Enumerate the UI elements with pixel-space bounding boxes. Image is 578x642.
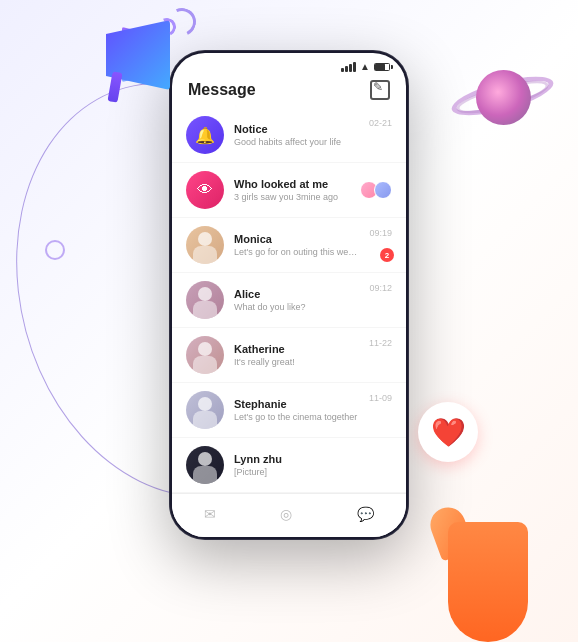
message-content: Alice What do you like? [234, 288, 359, 312]
megaphone-decoration [60, 0, 200, 140]
battery-icon [374, 63, 390, 71]
eye-icon: 👁 [197, 181, 213, 199]
signal-bar-2 [345, 66, 348, 72]
message-preview: Good habits affect your life [234, 137, 359, 147]
person-body [193, 301, 217, 319]
message-name: Who looked at me [234, 178, 350, 190]
bottom-nav: ✉ ◎ 💬 [172, 493, 406, 537]
envelope-icon: ✉ [204, 506, 216, 522]
person-body [193, 356, 217, 374]
message-time: 11-09 [369, 391, 392, 403]
message-content: Notice Good habits affect your life [234, 123, 359, 147]
avatar [186, 446, 224, 484]
person-body [193, 411, 217, 429]
list-item[interactable]: Alice What do you like? 09:12 [172, 273, 406, 328]
nav-item-messages[interactable]: ✉ [204, 506, 216, 522]
love-icon-decoration: ❤️ [418, 402, 478, 462]
message-preview: Let's go for on outing this weekend- [234, 247, 359, 257]
hand-body-icon [448, 522, 528, 642]
message-time: 09:12 [369, 281, 392, 293]
person-head [198, 342, 212, 356]
message-content: Stephanie Let's go to the cinema togethe… [234, 398, 359, 422]
message-content: Katherine It's really great! [234, 343, 359, 367]
message-list[interactable]: 🔔 Notice Good habits affect your life 02… [172, 108, 406, 497]
planet-decoration [448, 60, 558, 140]
person-body [193, 466, 217, 484]
message-preview: 3 girls saw you 3mine ago [234, 192, 350, 202]
message-name: Notice [234, 123, 359, 135]
phone-container: ▲ Message 🔔 Notice Go [169, 50, 409, 540]
nav-item-discover[interactable]: ◎ [280, 506, 292, 522]
status-bar: ▲ [172, 53, 406, 76]
who-mini-avatar-2 [374, 181, 392, 199]
avatar [186, 226, 224, 264]
avatar [186, 281, 224, 319]
avatar [186, 391, 224, 429]
message-preview: It's really great! [234, 357, 359, 367]
message-name: Stephanie [234, 398, 359, 410]
list-item[interactable]: Katherine It's really great! 11-22 [172, 328, 406, 383]
phone-screen: ▲ Message 🔔 Notice Go [172, 53, 406, 537]
person-head [198, 232, 212, 246]
person-head [198, 397, 212, 411]
hand-decoration [428, 482, 548, 642]
person-head [198, 452, 212, 466]
chat-icon: 💬 [357, 506, 374, 522]
message-time: 11-22 [369, 336, 392, 348]
message-content: Monica Let's go for on outing this weeke… [234, 233, 359, 257]
person-head [198, 287, 212, 301]
list-item[interactable]: 🔔 Notice Good habits affect your life 02… [172, 108, 406, 163]
battery-fill [375, 64, 385, 70]
message-content: Who looked at me 3 girls saw you 3mine a… [234, 178, 350, 202]
message-content: Lynn zhu [Picture] [234, 453, 382, 477]
message-preview: Let's go to the cinema together [234, 412, 359, 422]
signal-bar-1 [341, 68, 344, 72]
discover-icon: ◎ [280, 506, 292, 522]
person-body [193, 246, 217, 264]
list-item[interactable]: Lynn zhu [Picture] [172, 438, 406, 493]
signal-bar-4 [353, 62, 356, 72]
message-name: Katherine [234, 343, 359, 355]
edit-icon[interactable] [370, 80, 390, 100]
message-name: Alice [234, 288, 359, 300]
message-time: 09:19 [369, 226, 392, 238]
message-name: Lynn zhu [234, 453, 382, 465]
list-item[interactable]: Monica Let's go for on outing this weeke… [172, 218, 406, 273]
message-name: Monica [234, 233, 359, 245]
planet-body-icon [476, 70, 531, 125]
message-preview: What do you like? [234, 302, 359, 312]
message-preview: [Picture] [234, 467, 382, 477]
avatar: 👁 [186, 171, 224, 209]
avatar [186, 336, 224, 374]
app-header: Message [172, 76, 406, 108]
who-images [360, 181, 392, 199]
phone-frame: ▲ Message 🔔 Notice Go [169, 50, 409, 540]
signal-bar-3 [349, 64, 352, 72]
unread-badge: 2 [380, 248, 394, 262]
small-circle-decoration [45, 240, 65, 260]
wifi-icon: ▲ [360, 61, 370, 72]
signal-icon [341, 62, 356, 72]
list-item[interactable]: Stephanie Let's go to the cinema togethe… [172, 383, 406, 438]
message-time: 02-21 [369, 116, 392, 128]
list-item[interactable]: 👁 Who looked at me 3 girls saw you 3mine… [172, 163, 406, 218]
nav-item-chat[interactable]: 💬 [357, 506, 374, 522]
